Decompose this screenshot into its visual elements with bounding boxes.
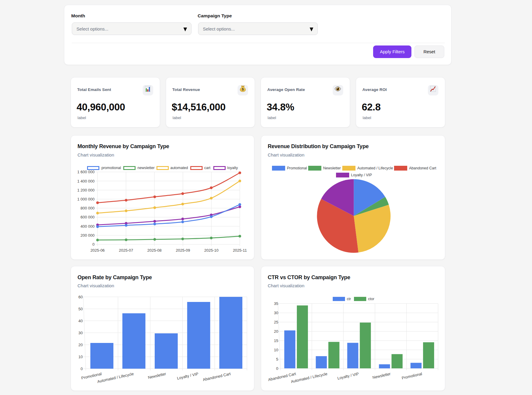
svg-text:0: 0 [276, 366, 278, 371]
svg-text:15: 15 [274, 338, 278, 343]
svg-text:Abandoned Cart: Abandoned Cart [202, 371, 231, 382]
svg-text:1 400 000: 1 400 000 [77, 179, 95, 183]
svg-text:2025-07: 2025-07 [119, 248, 133, 252]
svg-text:10: 10 [274, 348, 278, 352]
svg-text:$: $ [242, 87, 244, 91]
svg-text:Automated / Lifecycle: Automated / Lifecycle [291, 371, 328, 384]
svg-text:10: 10 [78, 355, 83, 359]
svg-text:Loyalty / VIP: Loyalty / VIP [177, 371, 199, 380]
svg-text:200 000: 200 000 [80, 233, 95, 237]
svg-text:Promotional: Promotional [401, 371, 422, 380]
svg-text:35: 35 [274, 301, 278, 306]
svg-text:1 200 000: 1 200 000 [77, 188, 95, 192]
svg-text:Automated / Lifecycle: Automated / Lifecycle [97, 371, 134, 384]
svg-text:5: 5 [276, 357, 278, 361]
svg-text:600 000: 600 000 [80, 215, 95, 219]
svg-text:50: 50 [78, 307, 83, 311]
svg-text:Newsletter: Newsletter [372, 371, 391, 380]
svg-text:2025-11: 2025-11 [233, 248, 247, 252]
svg-text:2025-09: 2025-09 [176, 248, 190, 252]
svg-text:60: 60 [78, 295, 83, 299]
svg-text:800 000: 800 000 [80, 206, 95, 210]
svg-text:0: 0 [80, 367, 83, 371]
svg-text:400 000: 400 000 [80, 224, 95, 228]
svg-text:Loyalty / VIP: Loyalty / VIP [337, 371, 359, 380]
svg-text:2025-08: 2025-08 [147, 248, 162, 252]
svg-text:2025-10: 2025-10 [204, 248, 219, 252]
svg-text:20: 20 [78, 343, 83, 347]
svg-text:Newsletter: Newsletter [148, 371, 167, 380]
svg-text:0: 0 [92, 242, 95, 247]
svg-text:40: 40 [78, 319, 83, 323]
svg-text:20: 20 [274, 329, 278, 334]
svg-text:1 000 000: 1 000 000 [77, 197, 95, 201]
svg-text:1 600 000: 1 600 000 [77, 170, 95, 174]
svg-text:25: 25 [274, 320, 278, 324]
svg-text:2025-06: 2025-06 [90, 248, 105, 252]
svg-text:30: 30 [274, 311, 278, 315]
svg-text:30: 30 [78, 331, 83, 335]
